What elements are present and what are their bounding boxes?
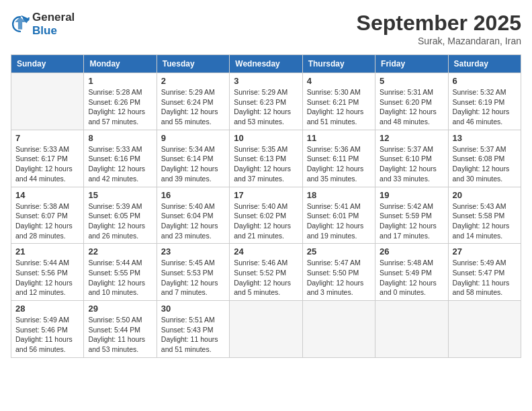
day-number: 21 <box>15 246 79 257</box>
calendar-cell: 15Sunrise: 5:39 AM Sunset: 6:05 PM Dayli… <box>84 187 157 244</box>
day-number: 4 <box>307 76 371 86</box>
calendar-cell <box>11 73 84 130</box>
calendar-cell: 16Sunrise: 5:40 AM Sunset: 6:04 PM Dayli… <box>157 187 229 244</box>
day-info: Sunrise: 5:37 AM Sunset: 6:10 PM Dayligh… <box>380 144 443 184</box>
calendar-cell: 9Sunrise: 5:34 AM Sunset: 6:14 PM Daylig… <box>157 130 229 187</box>
calendar-cell: 8Sunrise: 5:33 AM Sunset: 6:16 PM Daylig… <box>84 130 157 187</box>
day-number: 11 <box>307 133 371 143</box>
day-number: 1 <box>88 76 152 86</box>
day-info: Sunrise: 5:45 AM Sunset: 5:53 PM Dayligh… <box>161 258 225 298</box>
day-info: Sunrise: 5:49 AM Sunset: 5:46 PM Dayligh… <box>15 315 79 355</box>
day-info: Sunrise: 5:33 AM Sunset: 6:17 PM Dayligh… <box>15 144 79 184</box>
day-number: 25 <box>307 246 371 257</box>
day-info: Sunrise: 5:40 AM Sunset: 6:04 PM Dayligh… <box>161 201 225 241</box>
day-info: Sunrise: 5:49 AM Sunset: 5:47 PM Dayligh… <box>453 258 517 298</box>
calendar-cell: 4Sunrise: 5:30 AM Sunset: 6:21 PM Daylig… <box>302 73 375 130</box>
calendar-week-2: 7Sunrise: 5:33 AM Sunset: 6:17 PM Daylig… <box>11 130 521 187</box>
day-info: Sunrise: 5:51 AM Sunset: 5:43 PM Dayligh… <box>161 315 225 355</box>
calendar-cell: 3Sunrise: 5:29 AM Sunset: 6:23 PM Daylig… <box>230 73 302 130</box>
day-number: 20 <box>453 190 517 200</box>
calendar-week-4: 21Sunrise: 5:44 AM Sunset: 5:56 PM Dayli… <box>11 244 521 301</box>
calendar-cell: 25Sunrise: 5:47 AM Sunset: 5:50 PM Dayli… <box>302 244 375 301</box>
day-number: 13 <box>453 133 517 143</box>
day-info: Sunrise: 5:37 AM Sunset: 6:08 PM Dayligh… <box>453 144 517 184</box>
day-info: Sunrise: 5:34 AM Sunset: 6:14 PM Dayligh… <box>161 144 225 184</box>
calendar-cell: 11Sunrise: 5:36 AM Sunset: 6:11 PM Dayli… <box>302 130 375 187</box>
calendar-cell: 24Sunrise: 5:46 AM Sunset: 5:52 PM Dayli… <box>230 244 302 301</box>
calendar-cell: 10Sunrise: 5:35 AM Sunset: 6:13 PM Dayli… <box>230 130 302 187</box>
day-number: 18 <box>307 190 371 200</box>
weekday-header-wednesday: Wednesday <box>230 55 302 73</box>
calendar-week-5: 28Sunrise: 5:49 AM Sunset: 5:46 PM Dayli… <box>11 301 521 358</box>
calendar-cell: 23Sunrise: 5:45 AM Sunset: 5:53 PM Dayli… <box>157 244 229 301</box>
calendar-cell: 21Sunrise: 5:44 AM Sunset: 5:56 PM Dayli… <box>11 244 84 301</box>
calendar-cell <box>230 301 302 358</box>
calendar-cell: 20Sunrise: 5:43 AM Sunset: 5:58 PM Dayli… <box>448 187 521 244</box>
day-info: Sunrise: 5:33 AM Sunset: 6:16 PM Dayligh… <box>88 144 152 184</box>
day-info: Sunrise: 5:50 AM Sunset: 5:44 PM Dayligh… <box>88 315 152 355</box>
day-info: Sunrise: 5:32 AM Sunset: 6:19 PM Dayligh… <box>453 87 517 127</box>
day-number: 12 <box>380 133 443 143</box>
day-info: Sunrise: 5:44 AM Sunset: 5:55 PM Dayligh… <box>88 258 152 298</box>
day-number: 23 <box>161 246 225 257</box>
day-info: Sunrise: 5:35 AM Sunset: 6:13 PM Dayligh… <box>234 144 298 184</box>
day-number: 22 <box>88 246 152 257</box>
logo-text: General Blue <box>32 11 75 38</box>
day-info: Sunrise: 5:42 AM Sunset: 5:59 PM Dayligh… <box>380 201 443 241</box>
weekday-header-friday: Friday <box>375 55 448 73</box>
logo-icon <box>11 15 30 34</box>
day-info: Sunrise: 5:31 AM Sunset: 6:20 PM Dayligh… <box>380 87 443 127</box>
day-info: Sunrise: 5:40 AM Sunset: 6:02 PM Dayligh… <box>234 201 298 241</box>
calendar-cell: 30Sunrise: 5:51 AM Sunset: 5:43 PM Dayli… <box>157 301 229 358</box>
day-number: 26 <box>380 246 443 257</box>
day-number: 17 <box>234 190 298 200</box>
day-number: 16 <box>161 190 225 200</box>
day-info: Sunrise: 5:30 AM Sunset: 6:21 PM Dayligh… <box>307 87 371 127</box>
day-info: Sunrise: 5:44 AM Sunset: 5:56 PM Dayligh… <box>15 258 79 298</box>
day-info: Sunrise: 5:43 AM Sunset: 5:58 PM Dayligh… <box>453 201 517 241</box>
day-number: 14 <box>15 190 79 200</box>
day-number: 19 <box>380 190 443 200</box>
title-block: September 2025 Surak, Mazandaran, Iran <box>357 11 521 46</box>
calendar-week-1: 1Sunrise: 5:28 AM Sunset: 6:26 PM Daylig… <box>11 73 521 130</box>
day-info: Sunrise: 5:39 AM Sunset: 6:05 PM Dayligh… <box>88 201 152 241</box>
calendar-cell: 17Sunrise: 5:40 AM Sunset: 6:02 PM Dayli… <box>230 187 302 244</box>
day-info: Sunrise: 5:38 AM Sunset: 6:07 PM Dayligh… <box>15 201 79 241</box>
day-number: 29 <box>88 304 152 314</box>
day-number: 10 <box>234 133 298 143</box>
day-number: 6 <box>453 76 517 86</box>
calendar-cell <box>375 301 448 358</box>
weekday-header-saturday: Saturday <box>448 55 521 73</box>
weekday-header-row: SundayMondayTuesdayWednesdayThursdayFrid… <box>11 55 521 73</box>
calendar-cell: 2Sunrise: 5:29 AM Sunset: 6:24 PM Daylig… <box>157 73 229 130</box>
day-number: 5 <box>380 76 443 86</box>
calendar-cell: 22Sunrise: 5:44 AM Sunset: 5:55 PM Dayli… <box>84 244 157 301</box>
month-title: September 2025 <box>357 11 521 36</box>
calendar-table: SundayMondayTuesdayWednesdayThursdayFrid… <box>11 54 521 358</box>
day-number: 3 <box>234 76 298 86</box>
calendar-week-3: 14Sunrise: 5:38 AM Sunset: 6:07 PM Dayli… <box>11 187 521 244</box>
day-info: Sunrise: 5:47 AM Sunset: 5:50 PM Dayligh… <box>307 258 371 298</box>
day-info: Sunrise: 5:28 AM Sunset: 6:26 PM Dayligh… <box>88 87 152 127</box>
calendar-cell: 12Sunrise: 5:37 AM Sunset: 6:10 PM Dayli… <box>375 130 448 187</box>
weekday-header-monday: Monday <box>84 55 157 73</box>
calendar-cell: 26Sunrise: 5:48 AM Sunset: 5:49 PM Dayli… <box>375 244 448 301</box>
day-number: 15 <box>88 190 152 200</box>
calendar-cell: 19Sunrise: 5:42 AM Sunset: 5:59 PM Dayli… <box>375 187 448 244</box>
day-number: 24 <box>234 246 298 257</box>
weekday-header-thursday: Thursday <box>302 55 375 73</box>
weekday-header-sunday: Sunday <box>11 55 84 73</box>
day-info: Sunrise: 5:29 AM Sunset: 6:23 PM Dayligh… <box>234 87 298 127</box>
calendar-cell: 27Sunrise: 5:49 AM Sunset: 5:47 PM Dayli… <box>448 244 521 301</box>
calendar-cell: 6Sunrise: 5:32 AM Sunset: 6:19 PM Daylig… <box>448 73 521 130</box>
day-info: Sunrise: 5:36 AM Sunset: 6:11 PM Dayligh… <box>307 144 371 184</box>
day-number: 28 <box>15 304 79 314</box>
logo: General Blue <box>11 11 75 38</box>
location-subtitle: Surak, Mazandaran, Iran <box>357 36 521 46</box>
day-info: Sunrise: 5:48 AM Sunset: 5:49 PM Dayligh… <box>380 258 443 298</box>
calendar-cell: 28Sunrise: 5:49 AM Sunset: 5:46 PM Dayli… <box>11 301 84 358</box>
day-info: Sunrise: 5:29 AM Sunset: 6:24 PM Dayligh… <box>161 87 225 127</box>
calendar-cell <box>448 301 521 358</box>
day-number: 8 <box>88 133 152 143</box>
day-number: 27 <box>453 246 517 257</box>
